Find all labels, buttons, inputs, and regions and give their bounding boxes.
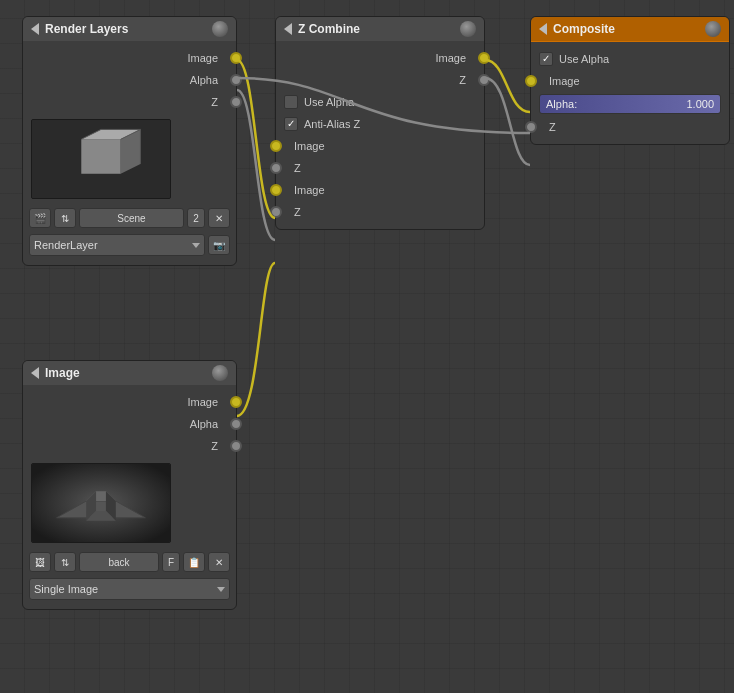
node-sphere-icon <box>212 21 228 37</box>
z-combine-anti-alias-label: Anti-Alias Z <box>304 118 360 130</box>
composite-in-image-row: Image <box>531 70 729 92</box>
scene-name-btn[interactable]: Scene <box>79 208 184 228</box>
conn-rl-image-zc-image1 <box>237 60 275 218</box>
conn-img-image-zc-image2 <box>237 263 275 416</box>
z-combine-in-z2-label: Z <box>294 206 301 218</box>
scene-close-btn[interactable]: ✕ <box>208 208 230 228</box>
z-combine-out-image-socket[interactable] <box>478 52 490 64</box>
image-out-alpha-label: Alpha <box>190 418 218 430</box>
image-out-image-label: Image <box>187 396 218 408</box>
render-layers-body: Image Alpha Z <box>23 41 236 265</box>
composite-sphere-icon <box>705 21 721 37</box>
conn-zc-image-comp-image <box>485 60 530 112</box>
image-layer-arrow <box>217 587 225 592</box>
z-combine-sphere-icon <box>460 21 476 37</box>
output-z-socket[interactable] <box>230 96 242 108</box>
z-combine-in-image2-row: Image <box>276 179 484 201</box>
composite-body: Use Alpha Image Alpha: 1.000 Z <box>531 42 729 144</box>
z-combine-out-image-row: Image <box>276 47 484 69</box>
conn-rl-z-zc-z1 <box>237 90 275 240</box>
svg-marker-1 <box>81 139 120 173</box>
z-combine-out-z-row: Z <box>276 69 484 91</box>
composite-alpha-value: 1.000 <box>686 98 714 110</box>
render-layers-layer-controls: RenderLayer 📷 <box>23 231 236 259</box>
z-combine-in-z1-socket[interactable] <box>270 162 282 174</box>
render-layers-node: Render Layers Image Alpha Z <box>22 16 237 266</box>
z-combine-out-image-label: Image <box>435 52 466 64</box>
z-combine-in-image1-label: Image <box>294 140 325 152</box>
image-header: Image <box>23 361 236 385</box>
render-layers-preview <box>31 119 171 199</box>
image-out-z-label: Z <box>211 440 218 452</box>
image-arrows-btn[interactable]: ⇅ <box>54 552 76 572</box>
image-close-btn[interactable]: ✕ <box>208 552 230 572</box>
render-layers-title: Render Layers <box>45 22 206 36</box>
image-collapse-icon[interactable] <box>31 367 39 379</box>
z-combine-out-z-label: Z <box>459 74 466 86</box>
image-preview <box>31 463 171 543</box>
output-image-socket[interactable] <box>230 52 242 64</box>
composite-in-z-label: Z <box>549 121 556 133</box>
z-combine-anti-alias-row: Anti-Alias Z <box>276 113 484 135</box>
image-out-image-socket[interactable] <box>230 396 242 408</box>
composite-title: Composite <box>553 22 699 36</box>
image-out-alpha-socket[interactable] <box>230 418 242 430</box>
image-back-btn[interactable]: back <box>79 552 159 572</box>
image-title: Image <box>45 366 206 380</box>
z-combine-body: Image Z Use Alpha Anti-Alias Z Image Z <box>276 41 484 229</box>
render-layer-arrow <box>192 243 200 248</box>
z-combine-in-image1-socket[interactable] <box>270 140 282 152</box>
image-copy-btn[interactable]: 📋 <box>183 552 205 572</box>
scene-number-btn[interactable]: 2 <box>187 208 205 228</box>
z-combine-title: Z Combine <box>298 22 454 36</box>
z-combine-in-z2-socket[interactable] <box>270 206 282 218</box>
composite-alpha-slider[interactable]: Alpha: 1.000 <box>539 94 721 114</box>
composite-in-image-socket[interactable] <box>525 75 537 87</box>
z-combine-collapse-icon[interactable] <box>284 23 292 35</box>
render-layers-header: Render Layers <box>23 17 236 41</box>
z-combine-in-z2-row: Z <box>276 201 484 223</box>
output-alpha-socket[interactable] <box>230 74 242 86</box>
conn-zc-z-comp-z <box>485 78 530 165</box>
image-out-z-socket[interactable] <box>230 440 242 452</box>
z-combine-in-image2-socket[interactable] <box>270 184 282 196</box>
z-combine-anti-alias-checkbox[interactable] <box>284 117 298 131</box>
composite-collapse-icon[interactable] <box>539 23 547 35</box>
image-out-alpha-row: Alpha <box>23 413 236 435</box>
z-combine-use-alpha-checkbox[interactable] <box>284 95 298 109</box>
composite-in-z-socket[interactable] <box>525 121 537 133</box>
z-combine-out-z-socket[interactable] <box>478 74 490 86</box>
image-body: Image Alpha Z <box>23 385 236 609</box>
composite-in-z-row: Z <box>531 116 729 138</box>
image-icon-btn[interactable]: 🖼 <box>29 552 51 572</box>
z-combine-use-alpha-row: Use Alpha <box>276 91 484 113</box>
scene-icon-btn[interactable]: 🎬 <box>29 208 51 228</box>
output-alpha-row: Alpha <box>23 69 236 91</box>
z-combine-in-image1-row: Image <box>276 135 484 157</box>
scene-arrows-btn[interactable]: ⇅ <box>54 208 76 228</box>
collapse-icon[interactable] <box>31 23 39 35</box>
composite-in-image-label: Image <box>549 75 580 87</box>
z-combine-in-z1-label: Z <box>294 162 301 174</box>
z-combine-header: Z Combine <box>276 17 484 41</box>
render-layers-controls: 🎬 ⇅ Scene 2 ✕ <box>23 205 236 231</box>
z-combine-node: Z Combine Image Z Use Alpha Anti-Alias Z… <box>275 16 485 230</box>
output-z-label: Z <box>211 96 218 108</box>
output-image-label: Image <box>187 52 218 64</box>
image-controls: 🖼 ⇅ back F 📋 ✕ <box>23 549 236 575</box>
composite-use-alpha-label: Use Alpha <box>559 53 609 65</box>
composite-node: Composite Use Alpha Image Alpha: 1.000 Z <box>530 16 730 145</box>
image-f-btn[interactable]: F <box>162 552 180 572</box>
output-z-row: Z <box>23 91 236 113</box>
image-layer-controls: Single Image <box>23 575 236 603</box>
render-layer-icon-btn[interactable]: 📷 <box>208 235 230 255</box>
render-layer-value: RenderLayer <box>34 239 98 251</box>
render-layer-dropdown[interactable]: RenderLayer <box>29 234 205 256</box>
image-layer-dropdown[interactable]: Single Image <box>29 578 230 600</box>
image-layer-value: Single Image <box>34 583 98 595</box>
composite-alpha-label: Alpha: <box>546 98 577 110</box>
image-out-image-row: Image <box>23 391 236 413</box>
composite-use-alpha-checkbox[interactable] <box>539 52 553 66</box>
image-node: Image Image Alpha Z <box>22 360 237 610</box>
image-out-z-row: Z <box>23 435 236 457</box>
